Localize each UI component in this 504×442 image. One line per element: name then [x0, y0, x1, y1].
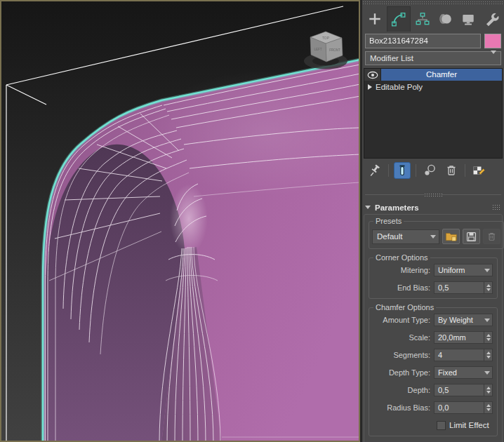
stack-item-label: Editable Poly: [376, 83, 423, 91]
end-bias-label: End Bias:: [372, 283, 434, 292]
modifier-list-dropdown[interactable]: Modifier List: [365, 51, 501, 65]
amount-type-value: By Weight: [435, 316, 482, 324]
chamfer-options-label: Chamfer Options: [373, 303, 436, 312]
tab-hierarchy[interactable]: [411, 6, 434, 32]
segments-label: Segments:: [372, 351, 434, 359]
collapse-arrow-icon: [365, 206, 371, 209]
end-bias-row: End Bias: 0,5: [372, 281, 494, 294]
radius-bias-row: Radius Bias: 0,0: [372, 401, 494, 414]
3dsmax-window: TOP LEFT FRONT: [0, 0, 504, 442]
pushpin-icon: [368, 163, 382, 178]
perspective-viewport[interactable]: TOP LEFT FRONT: [0, 0, 360, 442]
stack-item-label: Chamfer: [381, 69, 502, 81]
show-end-result-toggle[interactable]: [394, 162, 411, 179]
scale-row: Scale: 20,0mm: [372, 331, 494, 344]
object-color-swatch[interactable]: [484, 34, 501, 48]
depth-type-dropdown[interactable]: Fixed: [434, 366, 493, 379]
scale-value: 20,0mm: [435, 333, 484, 342]
limit-effect-row: Limit Effect: [437, 419, 494, 431]
spinner-arrows-icon[interactable]: [484, 349, 492, 361]
toolbar-separator: [388, 164, 389, 177]
modifier-list-label: Modifier List: [370, 54, 413, 62]
spinner-arrows-icon[interactable]: [484, 332, 492, 343]
modifier-stack: Chamfer Editable Poly: [364, 68, 503, 159]
corner-options-group: Corner Options Mitering: Uniform End Bia…: [369, 253, 498, 299]
depth-label: Depth:: [372, 386, 434, 394]
mitering-value: Uniform: [435, 266, 482, 274]
radius-bias-label: Radius Bias:: [372, 403, 434, 412]
stack-toolbar: [366, 161, 501, 180]
save-preset-button[interactable]: [463, 229, 480, 244]
tab-motion[interactable]: [434, 6, 457, 32]
make-unique-button[interactable]: [421, 162, 438, 179]
rollout-title: Parameters: [375, 203, 419, 212]
presets-group-label: Presets: [373, 217, 404, 225]
motion-icon: [437, 11, 453, 27]
visibility-eye-icon[interactable]: [364, 69, 381, 81]
trash-icon-disabled: [486, 231, 498, 243]
test-tube-icon: [397, 164, 408, 177]
drag-knurl[interactable]: [424, 193, 442, 196]
viewcube-left-label: LEFT: [314, 48, 321, 51]
chamfer-options-group: Chamfer Options Amount Type: By Weight S…: [369, 303, 498, 436]
parameters-rollout-header[interactable]: Parameters: [365, 202, 501, 213]
amount-type-label: Amount Type:: [372, 316, 434, 324]
toolbar-separator: [465, 164, 465, 177]
limit-effect-label: Limit Effect: [449, 421, 489, 429]
tab-display[interactable]: [457, 6, 480, 32]
mitering-row: Mitering: Uniform: [372, 264, 494, 276]
panel-drag-handle[interactable]: [362, 1, 504, 5]
chevron-down-icon: [482, 269, 492, 272]
depth-spinner[interactable]: 0,5: [434, 384, 493, 396]
pin-stack-button[interactable]: [366, 162, 383, 179]
viewcube-top-label: TOP: [322, 36, 330, 40]
remove-modifier-button[interactable]: [443, 162, 460, 179]
utilities-wrench-icon: [484, 11, 499, 27]
spinner-arrows-icon[interactable]: [484, 384, 492, 396]
amount-type-dropdown[interactable]: By Weight: [434, 314, 493, 326]
object-name-row: Box2131647284: [365, 34, 501, 48]
object-name-input[interactable]: Box2131647284: [365, 34, 481, 48]
segments-row: Segments: 4: [372, 349, 494, 361]
corner-options-label: Corner Options: [373, 253, 430, 262]
preset-dropdown[interactable]: Default: [372, 229, 439, 244]
make-unique-icon: [423, 163, 437, 178]
display-icon: [460, 11, 476, 27]
mitering-dropdown[interactable]: Uniform: [434, 264, 493, 276]
scale-spinner[interactable]: 20,0mm: [434, 331, 493, 344]
segments-value: 4: [435, 351, 484, 359]
stack-row-chamfer[interactable]: Chamfer: [364, 69, 502, 81]
expand-arrow-icon[interactable]: [368, 84, 372, 90]
viewport-canvas[interactable]: TOP LEFT FRONT: [0, 0, 360, 442]
spinner-arrows-icon[interactable]: [484, 282, 492, 293]
preset-value: Default: [373, 232, 427, 241]
limit-effect-checkbox[interactable]: [437, 421, 446, 430]
radius-bias-spinner[interactable]: 0,0: [434, 401, 493, 414]
spinner-arrows-icon[interactable]: [484, 402, 492, 413]
tab-modify[interactable]: [387, 6, 411, 32]
command-panel-tabs: [364, 6, 503, 32]
load-preset-button[interactable]: [442, 229, 460, 244]
stack-row-editable-poly[interactable]: Editable Poly: [364, 81, 502, 93]
parameters-rollout-body: Presets Default: [364, 214, 503, 442]
amount-type-row: Amount Type: By Weight: [372, 314, 494, 326]
mitering-label: Mitering:: [372, 266, 434, 274]
save-disk-icon: [465, 231, 477, 243]
rollout-grip-icon[interactable]: [492, 204, 501, 210]
depth-row: Depth: 0,5: [372, 384, 494, 396]
delete-preset-button[interactable]: [483, 229, 500, 244]
end-bias-spinner[interactable]: 0,5: [434, 281, 493, 294]
rollout-separator[interactable]: [365, 194, 501, 196]
toolbar-separator: [416, 164, 416, 177]
configure-modifier-sets-button[interactable]: [470, 162, 487, 179]
chevron-down-icon: [482, 371, 492, 375]
tab-utilities[interactable]: [479, 6, 503, 32]
modify-icon: [391, 12, 406, 27]
tab-create[interactable]: [364, 6, 387, 32]
chevron-down-icon: [491, 54, 496, 62]
trash-icon: [444, 163, 458, 178]
folder-icon: [445, 231, 458, 242]
depth-type-value: Fixed: [435, 368, 482, 377]
segments-spinner[interactable]: 4: [434, 349, 493, 361]
configure-sets-icon: [472, 163, 486, 178]
